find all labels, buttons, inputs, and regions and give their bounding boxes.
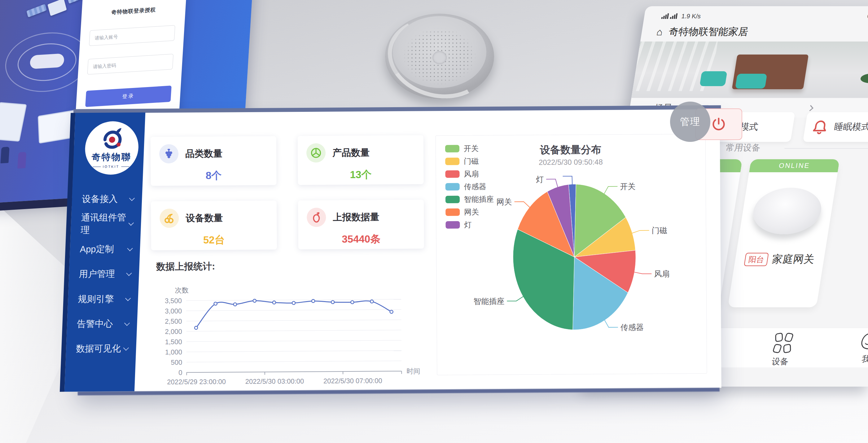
user-icon [859, 331, 868, 351]
sidebar-item-device-access[interactable]: 设备接入 [71, 189, 142, 209]
svg-text:2022/5/30 03:00:00: 2022/5/30 03:00:00 [245, 377, 304, 385]
stat-value: 35440条 [307, 232, 415, 247]
chevron-down-icon [129, 195, 135, 201]
stat-value: 8个 [159, 168, 268, 183]
power-icon [711, 116, 727, 132]
brand-logo: 奇特物聯 IOTKIT [84, 121, 140, 175]
svg-text:0: 0 [179, 369, 182, 376]
legend-label: 开关 [464, 144, 478, 153]
hero-chair [700, 71, 727, 86]
gateway-device-image [750, 188, 825, 234]
stat-label: 设备数量 [186, 212, 223, 225]
smart-speaker-photo [385, 13, 494, 99]
signal-icon [661, 13, 669, 19]
home-icon[interactable]: ⌂ [656, 26, 663, 38]
svg-text:灯: 灯 [536, 175, 544, 183]
hero-chair [735, 74, 767, 89]
pie-chart-card: 设备数量分布 2022/5/30 09:50:48 开关 门磁 风扇 传感器 智… [436, 134, 707, 375]
nav-item-devices[interactable]: 设备 [762, 333, 801, 367]
person-illustration [17, 152, 26, 168]
home-hero-image [631, 41, 868, 98]
login-title: 奇特物联登录授权 [91, 5, 177, 17]
chevron-down-icon [123, 345, 129, 350]
kiosk-illustration [0, 102, 27, 142]
device-name: 家庭网关 [771, 252, 815, 266]
svg-text:风扇: 风扇 [654, 269, 670, 278]
cherries-icon [159, 209, 179, 228]
sidebar-item-user-mgmt[interactable]: 用户管理 [69, 264, 140, 284]
status-badge: ONLINE [749, 159, 840, 172]
legend-item[interactable]: 门磁 [445, 156, 494, 166]
hero-plant-leaf [860, 74, 868, 83]
mode-card-label: 睡眠模式 [833, 121, 868, 133]
sidebar-item-label: 告警中心 [77, 318, 113, 330]
sidebar-item-alert-center[interactable]: 告警中心 [67, 314, 137, 334]
svg-text:1,500: 1,500 [165, 338, 182, 346]
svg-text:2022/5/30 07:00:00: 2022/5/30 07:00:00 [323, 377, 382, 385]
stat-value: 13个 [306, 167, 415, 182]
chevron-down-icon [125, 295, 131, 301]
mode-card-sleep[interactable]: 睡眠模式 [803, 112, 868, 142]
device-card-gateway[interactable]: ONLINE 阳台 家庭网关 [728, 159, 840, 307]
stat-card-categories: 品类数量 8个 [151, 136, 277, 186]
sidebar-item-label: App定制 [80, 243, 114, 256]
sidebar-item-label: 设备接入 [82, 193, 118, 206]
chevron-down-icon [126, 270, 132, 276]
stat-label: 上报数据量 [333, 211, 379, 224]
sidebar-item-data-visualization[interactable]: 数据可见化 [66, 339, 136, 358]
stat-value: 52台 [160, 233, 268, 248]
sidebar-item-label: 通讯组件管理 [81, 211, 130, 236]
grapes-icon [159, 144, 179, 163]
nav-label: 设备 [762, 356, 798, 367]
satellite-panel-left [26, 4, 47, 17]
person-illustration [0, 147, 9, 164]
svg-text:3,000: 3,000 [165, 307, 182, 315]
sidebar-item-comm-components[interactable]: 通讯组件管理 [71, 214, 141, 233]
sidebar-item-label: 用户管理 [79, 268, 115, 281]
stat-label: 产品数量 [332, 146, 370, 159]
app-title: 奇特物联智能家居 [668, 25, 868, 39]
svg-text:3,500: 3,500 [165, 297, 182, 305]
nfc-icon: Ⓝ [867, 12, 868, 21]
legend-label: 门磁 [464, 156, 478, 166]
grid-icon [773, 333, 793, 353]
svg-text:次数: 次数 [175, 286, 189, 294]
svg-text:智能插座: 智能插座 [473, 297, 504, 306]
nav-item-me[interactable]: 我 [851, 333, 868, 365]
svg-text:1,000: 1,000 [165, 348, 182, 356]
login-button[interactable]: 登录 [85, 86, 172, 107]
sidebar-item-app-custom[interactable]: App定制 [70, 240, 140, 259]
bell-icon [810, 118, 830, 136]
legend-swatch [445, 158, 459, 165]
svg-text:开关: 开关 [620, 182, 636, 191]
manage-badge[interactable]: 管理 [670, 102, 710, 142]
rabbit-logo-icon [98, 126, 126, 151]
chevron-down-icon [124, 320, 130, 325]
lime-icon [306, 143, 326, 162]
net-speed: 1.9 K/s [681, 13, 701, 20]
password-input[interactable] [87, 54, 174, 75]
sidebar-item-rule-engine[interactable]: 规则引擎 [67, 289, 138, 309]
line-chart-heading: 数据上报统计: [156, 260, 215, 273]
svg-text:500: 500 [171, 358, 182, 366]
account-input[interactable] [89, 25, 175, 46]
sidebar-item-label: 数据可见化 [76, 342, 121, 355]
report-line-chart: 05001,0001,5002,0002,5003,0003,5002022/5… [163, 278, 436, 388]
legend-item[interactable]: 开关 [445, 144, 494, 154]
location-tag: 阳台 [744, 253, 769, 266]
svg-text:门磁: 门磁 [652, 226, 667, 234]
composite-scene: 奇特物联登录授权 登录 1.9 K/s Ⓝ 91% 12:08 ⌂ [0, 0, 868, 443]
brand-name: 奇特物聯 [91, 151, 132, 164]
chevron-down-icon [127, 245, 132, 251]
svg-text:时间: 时间 [406, 368, 420, 375]
devices-section-title: 常用设备 [725, 142, 762, 154]
svg-text:2,500: 2,500 [165, 318, 182, 325]
stat-card-devices: 设备数量 52台 [151, 200, 277, 250]
stat-label: 品类数量 [185, 147, 222, 160]
device-distribution-pie: 开关门磁风扇传感器智能插座网关灯 [436, 166, 707, 372]
sidebar-item-label: 规则引擎 [78, 293, 114, 306]
cloud-icon [30, 53, 65, 69]
svg-text:网关: 网关 [496, 197, 512, 206]
stat-card-reported-data: 上报数据量 35440条 [298, 199, 424, 249]
nav-label: 我 [851, 353, 868, 365]
